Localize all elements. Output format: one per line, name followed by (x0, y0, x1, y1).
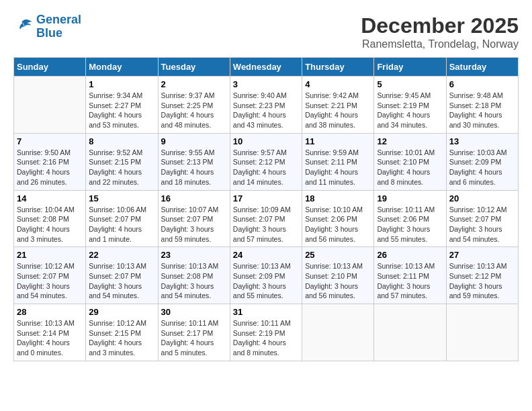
day-info: Sunrise: 9:45 AMSunset: 2:19 PMDaylight:… (377, 91, 443, 130)
day-cell: 30Sunrise: 10:11 AMSunset: 2:17 PMDaylig… (158, 304, 230, 361)
day-cell: 28Sunrise: 10:13 AMSunset: 2:14 PMDaylig… (14, 304, 86, 361)
day-cell: 13Sunrise: 10:03 AMSunset: 2:09 PMDaylig… (446, 133, 518, 190)
day-cell: 17Sunrise: 10:09 AMSunset: 2:07 PMDaylig… (230, 190, 302, 247)
day-info: Sunrise: 9:40 AMSunset: 2:23 PMDaylight:… (233, 91, 299, 130)
calendar-table: SundayMondayTuesdayWednesdayThursdayFrid… (13, 57, 519, 361)
day-cell: 31Sunrise: 10:11 AMSunset: 2:19 PMDaylig… (230, 304, 302, 361)
header-tuesday: Tuesday (158, 58, 230, 77)
week-row-4: 21Sunrise: 10:12 AMSunset: 2:07 PMDaylig… (14, 247, 519, 304)
day-cell: 9Sunrise: 9:55 AMSunset: 2:13 PMDaylight… (158, 133, 230, 190)
week-row-1: 1Sunrise: 9:34 AMSunset: 2:27 PMDaylight… (14, 77, 519, 134)
location-title: Ranemsletta, Trondelag, Norway (361, 38, 519, 50)
day-info: Sunrise: 9:52 AMSunset: 2:15 PMDaylight:… (89, 148, 154, 187)
day-number: 7 (17, 136, 83, 146)
day-number: 25 (305, 250, 371, 260)
day-cell: 10Sunrise: 9:57 AMSunset: 2:12 PMDayligh… (230, 133, 302, 190)
day-number: 2 (161, 79, 227, 89)
day-cell: 20Sunrise: 10:12 AMSunset: 2:07 PMDaylig… (446, 190, 518, 247)
day-cell: 19Sunrise: 10:11 AMSunset: 2:06 PMDaylig… (374, 190, 446, 247)
header-thursday: Thursday (302, 58, 374, 77)
day-number: 22 (89, 250, 154, 260)
day-info: Sunrise: 10:11 AMSunset: 2:19 PMDaylight… (233, 318, 299, 358)
day-info: Sunrise: 10:06 AMSunset: 2:07 PMDaylight… (89, 205, 154, 244)
logo-line1: General (36, 13, 81, 26)
day-cell: 29Sunrise: 10:12 AMSunset: 2:15 PMDaylig… (86, 304, 158, 361)
day-cell: 18Sunrise: 10:10 AMSunset: 2:06 PMDaylig… (302, 190, 374, 247)
day-number: 27 (449, 250, 515, 260)
day-info: Sunrise: 9:59 AMSunset: 2:11 PMDaylight:… (305, 148, 371, 187)
day-cell: 3Sunrise: 9:40 AMSunset: 2:23 PMDaylight… (230, 77, 302, 134)
day-number: 24 (233, 250, 299, 260)
day-info: Sunrise: 10:12 AMSunset: 2:07 PMDaylight… (449, 205, 515, 244)
day-cell (374, 304, 446, 361)
day-number: 17 (233, 193, 299, 203)
day-info: Sunrise: 9:48 AMSunset: 2:18 PMDaylight:… (449, 91, 515, 130)
day-info: Sunrise: 10:13 AMSunset: 2:08 PMDaylight… (161, 261, 227, 301)
day-info: Sunrise: 10:13 AMSunset: 2:11 PMDaylight… (377, 261, 443, 301)
day-cell: 25Sunrise: 10:13 AMSunset: 2:10 PMDaylig… (302, 247, 374, 304)
header-row: SundayMondayTuesdayWednesdayThursdayFrid… (14, 58, 519, 77)
day-cell: 23Sunrise: 10:13 AMSunset: 2:08 PMDaylig… (158, 247, 230, 304)
day-number: 26 (377, 250, 443, 260)
day-number: 13 (449, 136, 515, 146)
day-cell: 15Sunrise: 10:06 AMSunset: 2:07 PMDaylig… (86, 190, 158, 247)
day-number: 9 (161, 136, 227, 146)
day-cell: 1Sunrise: 9:34 AMSunset: 2:27 PMDaylight… (86, 77, 158, 134)
day-cell (302, 304, 374, 361)
day-cell: 26Sunrise: 10:13 AMSunset: 2:11 PMDaylig… (374, 247, 446, 304)
day-cell: 12Sunrise: 10:01 AMSunset: 2:10 PMDaylig… (374, 133, 446, 190)
day-number: 6 (449, 79, 515, 89)
day-cell: 5Sunrise: 9:45 AMSunset: 2:19 PMDaylight… (374, 77, 446, 134)
day-info: Sunrise: 10:11 AMSunset: 2:06 PMDaylight… (377, 205, 443, 244)
day-cell: 6Sunrise: 9:48 AMSunset: 2:18 PMDaylight… (446, 77, 518, 134)
day-cell: 7Sunrise: 9:50 AMSunset: 2:16 PMDaylight… (14, 133, 86, 190)
day-cell (14, 77, 86, 134)
day-info: Sunrise: 9:50 AMSunset: 2:16 PMDaylight:… (17, 148, 83, 187)
logo-icon (13, 17, 34, 36)
day-number: 30 (161, 307, 227, 317)
day-info: Sunrise: 10:07 AMSunset: 2:07 PMDaylight… (161, 205, 227, 244)
day-cell: 27Sunrise: 10:13 AMSunset: 2:12 PMDaylig… (446, 247, 518, 304)
day-info: Sunrise: 10:12 AMSunset: 2:15 PMDaylight… (89, 318, 154, 358)
logo-text: General Blue (36, 13, 81, 40)
day-number: 5 (377, 79, 443, 89)
logo: General Blue (13, 13, 81, 40)
week-row-5: 28Sunrise: 10:13 AMSunset: 2:14 PMDaylig… (14, 304, 519, 361)
day-cell: 21Sunrise: 10:12 AMSunset: 2:07 PMDaylig… (14, 247, 86, 304)
day-number: 12 (377, 136, 443, 146)
day-number: 4 (305, 79, 371, 89)
day-info: Sunrise: 10:13 AMSunset: 2:10 PMDaylight… (305, 261, 371, 301)
logo-line2: Blue (36, 26, 62, 40)
day-info: Sunrise: 9:37 AMSunset: 2:25 PMDaylight:… (161, 91, 227, 130)
day-cell: 22Sunrise: 10:13 AMSunset: 2:07 PMDaylig… (86, 247, 158, 304)
day-number: 19 (377, 193, 443, 203)
day-info: Sunrise: 9:42 AMSunset: 2:21 PMDaylight:… (305, 91, 371, 130)
day-info: Sunrise: 10:12 AMSunset: 2:07 PMDaylight… (17, 261, 83, 301)
day-info: Sunrise: 10:10 AMSunset: 2:06 PMDaylight… (305, 205, 371, 244)
day-number: 15 (89, 193, 154, 203)
day-info: Sunrise: 10:03 AMSunset: 2:09 PMDaylight… (449, 148, 515, 187)
day-number: 18 (305, 193, 371, 203)
month-title: December 2025 (361, 13, 519, 38)
day-info: Sunrise: 10:01 AMSunset: 2:10 PMDaylight… (377, 148, 443, 187)
title-block: December 2025 Ranemsletta, Trondelag, No… (361, 13, 519, 50)
day-info: Sunrise: 10:09 AMSunset: 2:07 PMDaylight… (233, 205, 299, 244)
day-cell: 24Sunrise: 10:13 AMSunset: 2:09 PMDaylig… (230, 247, 302, 304)
day-number: 23 (161, 250, 227, 260)
day-number: 29 (89, 307, 154, 317)
header-saturday: Saturday (446, 58, 518, 77)
day-number: 31 (233, 307, 299, 317)
header-wednesday: Wednesday (230, 58, 302, 77)
day-info: Sunrise: 10:13 AMSunset: 2:14 PMDaylight… (17, 318, 83, 358)
day-info: Sunrise: 9:34 AMSunset: 2:27 PMDaylight:… (89, 91, 154, 130)
day-info: Sunrise: 10:11 AMSunset: 2:17 PMDaylight… (161, 318, 227, 358)
day-cell: 16Sunrise: 10:07 AMSunset: 2:07 PMDaylig… (158, 190, 230, 247)
week-row-3: 14Sunrise: 10:04 AMSunset: 2:08 PMDaylig… (14, 190, 519, 247)
day-info: Sunrise: 10:04 AMSunset: 2:08 PMDaylight… (17, 205, 83, 244)
day-info: Sunrise: 9:57 AMSunset: 2:12 PMDaylight:… (233, 148, 299, 187)
day-number: 20 (449, 193, 515, 203)
day-number: 28 (17, 307, 83, 317)
page-header: General Blue December 2025 Ranemsletta, … (13, 13, 519, 50)
week-row-2: 7Sunrise: 9:50 AMSunset: 2:16 PMDaylight… (14, 133, 519, 190)
day-number: 21 (17, 250, 83, 260)
